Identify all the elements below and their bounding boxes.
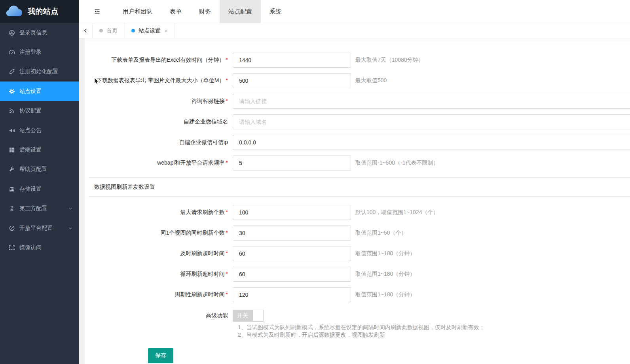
content-area: 下载表单及报表导出的Excel有效时间（分钟）*最大取值7天（10080分钟）下… xyxy=(79,38,630,364)
sidebar-item-label: 帮助页配置 xyxy=(19,166,73,173)
text-input[interactable] xyxy=(233,94,630,109)
text-input[interactable] xyxy=(233,73,351,88)
bank-icon xyxy=(9,186,15,192)
text-input[interactable] xyxy=(233,226,351,241)
text-input[interactable] xyxy=(233,267,351,282)
form-label: 咨询客服链接 xyxy=(192,98,225,104)
wrench-icon xyxy=(9,166,15,173)
field-hint: 取值范围1~50（个） xyxy=(355,229,407,237)
top-tab-3[interactable]: 站点配置 xyxy=(220,0,261,23)
sidebar-item-9[interactable]: 第三方配置 xyxy=(0,199,79,218)
sidebar-menu: 登录页信息注册登录注册初始化配置站点设置协议配置站点公告后端设置帮助页配置存储设… xyxy=(0,23,79,364)
chevron-left-icon[interactable] xyxy=(79,23,92,38)
settings-form: 下载表单及报表导出的Excel有效时间（分钟）*最大取值7天（10080分钟）下… xyxy=(85,38,630,364)
text-input[interactable] xyxy=(233,287,351,302)
field-hint: 取值范围1~180（分钟） xyxy=(355,291,415,298)
form-label: 周期性刷新超时时间 xyxy=(175,291,225,298)
form-row: 自建企业微信可信ip xyxy=(85,135,630,150)
tab-dot xyxy=(131,29,135,32)
sidebar-item-label: 镜像访问 xyxy=(19,244,73,251)
form-label: 及时刷新超时时间 xyxy=(180,250,225,256)
sidebar-item-label: 站点设置 xyxy=(19,88,73,95)
text-input[interactable] xyxy=(233,114,630,129)
tab-label: 站点设置 xyxy=(139,27,161,34)
note-line: 1、当试图模式为队列刷新模式，系统尽量在设定的间隔时间内刷新此数据视图，仅对及时… xyxy=(238,324,630,331)
chevron-down-icon xyxy=(68,226,73,231)
page-tabbar: 首页站点设置× xyxy=(79,23,630,38)
scrollbar-track[interactable] xyxy=(79,38,85,364)
note-line: 2、当模式为及时刷新时，开启后源数据更改，视图触发刷新 xyxy=(238,331,630,339)
field-hint: 取值范围1~180（分钟） xyxy=(355,250,415,257)
required-mark: * xyxy=(226,229,228,236)
required-mark: * xyxy=(226,209,228,215)
field-hint: 取值范围-1~500（-1代表不限制） xyxy=(355,159,438,167)
sidebar-item-label: 存储设置 xyxy=(19,186,73,193)
text-input[interactable] xyxy=(233,155,351,171)
chevron-down-icon xyxy=(68,206,73,211)
sidebar-item-label: 第三方配置 xyxy=(19,205,68,212)
text-input[interactable] xyxy=(233,205,351,220)
sidebar-item-4[interactable]: 协议配置 xyxy=(0,101,79,121)
page-tab-0[interactable]: 首页 xyxy=(92,23,124,38)
form-label: 下载数据表报表导出 带图片文件最大大小（单位M） xyxy=(97,77,225,83)
sidebar-item-2[interactable]: 注册初始化配置 xyxy=(0,62,79,82)
sidebar-item-7[interactable]: 帮助页配置 xyxy=(0,160,79,179)
futbol-icon xyxy=(9,30,15,36)
sidebar-item-label: 注册初始化配置 xyxy=(19,68,73,75)
form-row: 及时刷新超时时间*取值范围1~180（分钟） xyxy=(85,246,630,261)
grid-icon xyxy=(9,147,15,153)
sidebar-item-label: 协议配置 xyxy=(19,107,73,114)
sidebar-item-label: 登录页信息 xyxy=(19,29,73,36)
circle-slash-icon xyxy=(9,225,15,231)
required-mark: * xyxy=(226,250,228,256)
text-input[interactable] xyxy=(233,53,351,68)
form-label: 下载表单及报表导出的Excel有效时间（分钟） xyxy=(111,57,224,63)
sidebar-item-11[interactable]: 镜像访问 xyxy=(0,238,79,257)
sidebar-item-0[interactable]: 登录页信息 xyxy=(0,23,79,42)
field-hint: 最大取值7天（10080分钟） xyxy=(355,57,424,64)
menu-fold-icon[interactable] xyxy=(94,8,101,15)
required-mark: * xyxy=(226,271,228,277)
form-row: 循环刷新超时时间*取值范围1~180（分钟） xyxy=(85,267,630,282)
top-tab-2[interactable]: 财务 xyxy=(190,0,220,23)
text-input[interactable] xyxy=(233,246,351,261)
section-title: 数据视图刷新并发数设置 xyxy=(85,178,630,196)
top-tab-4[interactable]: 系统 xyxy=(261,0,290,23)
gear-icon xyxy=(9,88,15,95)
sidebar-item-8[interactable]: 存储设置 xyxy=(0,179,79,199)
sidebar: 我的站点 登录页信息注册登录注册初始化配置站点设置协议配置站点公告后端设置帮助页… xyxy=(0,0,79,364)
sidebar-item-label: 开放平台配置 xyxy=(19,225,68,232)
close-icon[interactable]: × xyxy=(164,28,168,34)
top-tab-1[interactable]: 表单 xyxy=(161,0,190,23)
advanced-toggle[interactable]: 开关 xyxy=(233,310,264,322)
divider xyxy=(88,196,630,197)
required-mark: * xyxy=(226,98,228,104)
sidebar-item-3[interactable]: 站点设置 xyxy=(0,82,79,101)
sidebar-item-5[interactable]: 站点公告 xyxy=(0,121,79,140)
form-row: 周期性刷新超时时间*取值范围1~180（分钟） xyxy=(85,287,630,302)
sidebar-item-1[interactable]: 注册登录 xyxy=(0,42,79,62)
top-navbar: 用户和团队表单财务站点配置系统 xyxy=(79,0,630,23)
text-input[interactable] xyxy=(233,135,630,150)
speaker-icon xyxy=(9,127,15,134)
dashboard-icon xyxy=(9,49,15,55)
required-mark: * xyxy=(226,57,228,63)
sidebar-item-10[interactable]: 开放平台配置 xyxy=(0,218,79,238)
field-hint: 取值范围1~180（分钟） xyxy=(355,271,415,278)
form-sections: 下载表单及报表导出的Excel有效时间（分钟）*最大取值7天（10080分钟）下… xyxy=(85,44,630,302)
advanced-notes: 1、当试图模式为队列刷新模式，系统尽量在设定的间隔时间内刷新此数据视图，仅对及时… xyxy=(238,324,630,339)
form-label: 自建企业微信可信ip xyxy=(179,139,228,145)
sidebar-item-label: 站点公告 xyxy=(19,127,73,134)
form-row: 最大请求刷新个数*默认100，取值范围1~1024（个） xyxy=(85,205,630,220)
form-row: 下载数据表报表导出 带图片文件最大大小（单位M）*最大取值500 xyxy=(85,73,630,88)
page-tab-1[interactable]: 站点设置× xyxy=(124,23,175,38)
sidebar-item-label: 注册登录 xyxy=(19,49,73,56)
top-nav-tabs: 用户和团队表单财务站点配置系统 xyxy=(114,0,290,23)
tab-label: 首页 xyxy=(106,27,118,34)
form-label: 同1个视图的同时刷新个数 xyxy=(161,229,225,236)
required-mark: * xyxy=(226,159,228,166)
top-tab-0[interactable]: 用户和团队 xyxy=(114,0,161,23)
field-hint: 默认100，取值范围1~1024（个） xyxy=(355,209,438,216)
sidebar-item-6[interactable]: 后端设置 xyxy=(0,140,79,159)
save-button[interactable]: 保存 xyxy=(148,348,173,363)
